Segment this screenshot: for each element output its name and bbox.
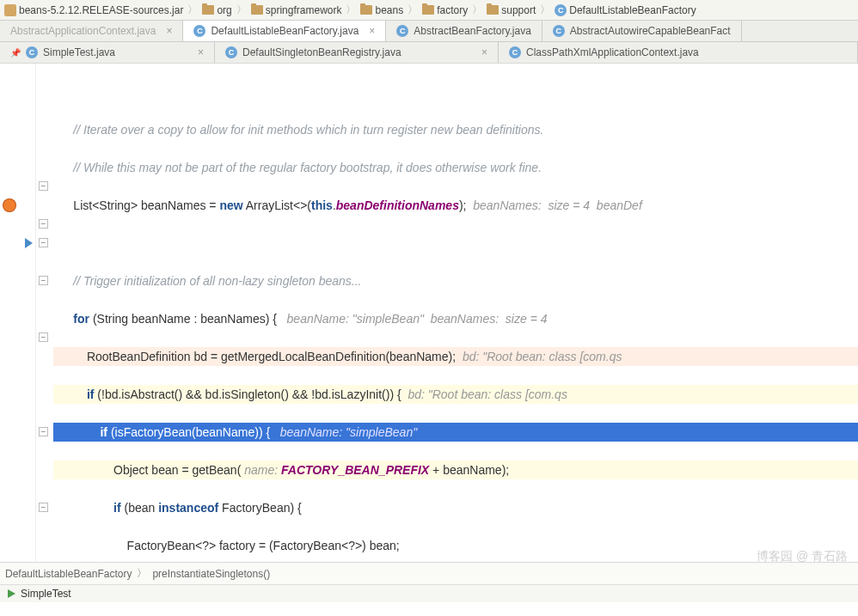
breadcrumb-class[interactable]: DefaultListableBeanFactory: [5, 568, 132, 580]
breadcrumb-item[interactable]: org: [202, 4, 231, 16]
code-editor[interactable]: − − − − − − − // Iterate over a copy to …: [0, 64, 858, 562]
tab-default-singleton-bean-registry[interactable]: CDefaultSingletonBeanRegistry.java×: [215, 42, 499, 63]
watermark: 博客园 @ 青石路: [757, 549, 848, 564]
class-icon: C: [225, 46, 237, 58]
run-config-icon[interactable]: [5, 588, 17, 600]
class-icon: C: [193, 25, 205, 37]
editor-gutter: [0, 64, 36, 562]
fold-toggle-icon[interactable]: −: [39, 276, 48, 285]
breadcrumb-item[interactable]: support: [487, 4, 536, 16]
chevron-right-icon: 〉: [472, 3, 482, 17]
jar-icon: [4, 4, 16, 16]
breadcrumb-item[interactable]: factory: [422, 4, 468, 16]
breadcrumb-item[interactable]: beans-5.2.12.RELEASE-sources.jar: [4, 4, 183, 16]
breadcrumb-bar: beans-5.2.12.RELEASE-sources.jar〉 org〉 s…: [0, 0, 858, 21]
folder-icon: [202, 5, 214, 15]
fold-gutter: − − − − − − −: [36, 64, 50, 562]
svg-marker-0: [8, 589, 15, 598]
tab-abstract-autowire-capable[interactable]: CAbstractAutowireCapableBeanFact: [542, 21, 742, 41]
chevron-right-icon: 〉: [408, 3, 418, 17]
folder-icon: [422, 5, 434, 15]
chevron-right-icon: 〉: [187, 3, 198, 17]
chevron-right-icon: 〉: [540, 3, 550, 17]
class-icon: C: [509, 46, 521, 58]
breadcrumb-item[interactable]: beans: [360, 4, 403, 16]
close-icon[interactable]: ×: [369, 25, 375, 37]
folder-icon: [487, 5, 499, 15]
breadcrumb-item[interactable]: springframework: [251, 4, 342, 16]
close-icon[interactable]: ×: [481, 46, 487, 58]
tab-abstract-bean-factory[interactable]: CAbstractBeanFactory.java: [386, 21, 542, 41]
code-area[interactable]: // Iterate over a copy to allow for init…: [50, 64, 858, 562]
class-icon: C: [26, 46, 38, 58]
run-config-label[interactable]: SimpleTest: [21, 588, 71, 600]
folder-icon: [251, 5, 263, 15]
chevron-right-icon: 〉: [137, 566, 147, 581]
fold-toggle-icon[interactable]: −: [39, 219, 48, 229]
breadcrumb-item[interactable]: CDefaultListableBeanFactory: [555, 4, 696, 16]
status-bar: SimpleTest: [0, 584, 858, 602]
breadcrumb-method[interactable]: preInstantiateSingletons(): [152, 568, 270, 580]
tab-classpath-xml-app-context[interactable]: CClassPathXmlApplicationContext.java: [499, 42, 858, 63]
fold-toggle-icon[interactable]: −: [39, 332, 48, 342]
class-icon: C: [396, 25, 408, 37]
class-icon: C: [553, 25, 565, 37]
structure-breadcrumb: DefaultListableBeanFactory 〉 preInstanti…: [0, 562, 858, 584]
editor-tabs-row2: 📌CSimpleTest.java× CDefaultSingletonBean…: [0, 42, 858, 64]
fold-toggle-icon[interactable]: −: [39, 503, 48, 512]
tab-abstract-application-context[interactable]: AbstractApplicationContext.java×: [0, 21, 183, 41]
class-icon: C: [555, 4, 567, 16]
execution-pointer-icon: [3, 234, 34, 253]
editor-tabs-row1: AbstractApplicationContext.java× CDefaul…: [0, 21, 858, 42]
close-icon[interactable]: ×: [166, 25, 172, 37]
folder-icon: [360, 5, 372, 15]
close-icon[interactable]: ×: [198, 46, 204, 58]
tab-default-listable-bean-factory[interactable]: CDefaultListableBeanFactory.java×: [183, 21, 386, 41]
tab-simple-test[interactable]: 📌CSimpleTest.java×: [0, 42, 215, 63]
fold-toggle-icon[interactable]: −: [39, 238, 48, 247]
fold-toggle-icon[interactable]: −: [39, 427, 48, 436]
pin-icon: 📌: [10, 48, 21, 58]
chevron-right-icon: 〉: [236, 3, 247, 17]
chevron-right-icon: 〉: [346, 3, 356, 17]
breakpoint-icon[interactable]: [3, 196, 34, 215]
fold-toggle-icon[interactable]: −: [39, 181, 48, 191]
